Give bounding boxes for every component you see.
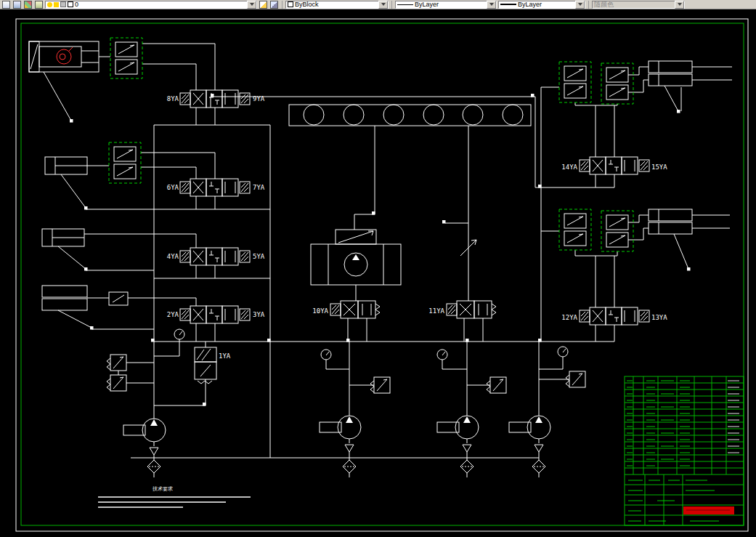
right-cylinders <box>628 61 732 269</box>
toolbar-icon-2[interactable] <box>12 1 22 9</box>
layer-previous-button[interactable] <box>269 1 279 9</box>
center-valves <box>330 301 496 342</box>
hydraulic-schematic: 8YA 9YA 6YA 7YA 4YA 5YA 2YA 3YA 1YA 10YA… <box>0 9 756 537</box>
layer-properties-button[interactable] <box>23 1 33 9</box>
label-10ya: 10YA <box>312 307 328 315</box>
color-combo[interactable]: ByBlock <box>285 1 389 9</box>
object-properties-toolbar: 0 ByBlock ByLayer ByLayer 随颜色 <box>0 0 756 9</box>
plot-style-combo: 随颜色 <box>592 1 685 9</box>
technical-notes <box>98 497 251 507</box>
linetype-combo-value: ByLayer <box>415 1 485 8</box>
color-combo-value: ByBlock <box>295 1 377 8</box>
title-block <box>625 376 744 525</box>
label-11ya: 11YA <box>428 307 444 315</box>
label-15ya: 15YA <box>651 163 667 171</box>
drawing-frame <box>16 19 748 531</box>
label-2ya: 2YA <box>167 311 179 318</box>
color-swatch <box>288 1 293 7</box>
drawing-canvas[interactable]: 8YA 9YA 6YA 7YA 4YA 5YA 2YA 3YA 1YA 10YA… <box>0 9 756 537</box>
relief-valves <box>107 355 585 393</box>
layer-lock-icon <box>60 1 66 7</box>
lineweight-combo-value: ByLayer <box>518 1 574 8</box>
label-8ya: 8YA <box>167 95 179 102</box>
chevron-down-icon <box>578 3 582 6</box>
schematic-geometry <box>29 41 732 507</box>
layer-combo-dropdown-button[interactable] <box>247 1 256 9</box>
label-5ya: 5YA <box>253 253 265 260</box>
layer-combo-value: 0 <box>75 1 245 8</box>
linetype-sample-icon <box>397 4 413 5</box>
clamp-cylinder <box>29 41 110 121</box>
layer-states-button[interactable] <box>34 1 44 9</box>
label-1ya: 1YA <box>219 352 231 360</box>
chevron-down-icon <box>250 3 254 6</box>
manifold-circles <box>211 97 614 301</box>
label-6ya: 6YA <box>167 184 179 191</box>
variable-pump-unit <box>311 230 401 301</box>
lineweight-sample-icon <box>500 4 516 5</box>
lineweight-combo[interactable]: ByLayer <box>498 1 585 9</box>
notes-title: 技术要求 <box>152 486 173 492</box>
label-7ya: 7YA <box>253 184 265 191</box>
label-13ya: 13YA <box>651 314 667 321</box>
toolbar-separator <box>588 1 589 9</box>
toolbar-icon-1[interactable] <box>1 1 11 9</box>
plot-style-dropdown-button <box>675 1 684 9</box>
valve-1ya <box>154 342 216 405</box>
linetype-combo-dropdown-button[interactable] <box>487 1 496 9</box>
layer-on-icon <box>47 2 52 7</box>
color-combo-dropdown-button[interactable] <box>378 1 388 9</box>
pumps <box>123 342 550 477</box>
toolbar-separator <box>282 1 283 9</box>
chevron-down-icon <box>489 3 494 6</box>
label-12ya: 12YA <box>561 314 577 321</box>
pilot-check-modules <box>109 38 633 251</box>
toolbar-separator <box>391 1 392 9</box>
make-object-layer-current-button[interactable] <box>259 1 268 9</box>
chevron-down-icon <box>678 3 682 6</box>
layer-freeze-icon <box>54 2 59 7</box>
label-4ya: 4YA <box>167 253 179 260</box>
lineweight-combo-dropdown-button[interactable] <box>575 1 585 9</box>
label-14ya: 14YA <box>561 163 577 171</box>
solenoid-labels: 8YA 9YA 6YA 7YA 4YA 5YA 2YA 3YA 1YA 10YA… <box>152 95 667 492</box>
label-9ya: 9YA <box>253 95 265 102</box>
junction-nodes <box>70 94 691 406</box>
chevron-down-icon <box>381 3 386 6</box>
plot-style-combo-value: 随颜色 <box>594 1 673 8</box>
layer-combo[interactable]: 0 <box>45 1 257 9</box>
linetype-combo[interactable]: ByLayer <box>395 1 497 9</box>
layer-color-swatch <box>68 1 73 7</box>
label-3ya: 3YA <box>253 311 265 318</box>
